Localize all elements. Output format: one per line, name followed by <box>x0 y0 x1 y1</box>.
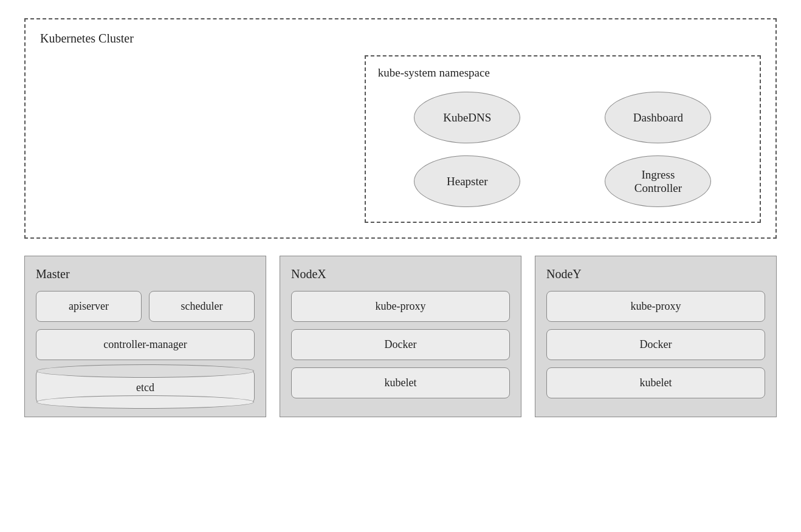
nodex-label: NodeX <box>291 267 510 281</box>
scheduler-label: scheduler <box>181 300 223 312</box>
kubedns-label: KubeDNS <box>443 111 491 124</box>
nodey-node: NodeY kube-proxy Docker kubelet <box>535 256 777 417</box>
nodex-kubeproxy: kube-proxy <box>291 291 510 322</box>
nodey-kubeproxy-label: kube-proxy <box>631 300 681 312</box>
nodey-kubelet: kubelet <box>546 367 765 398</box>
apiserver-component: apiserver <box>36 291 142 322</box>
kubedns-component: KubeDNS <box>414 92 520 143</box>
nodex-docker: Docker <box>291 329 510 360</box>
apiserver-label: apiserver <box>69 300 109 312</box>
master-top-row: apiserver scheduler <box>36 291 255 322</box>
nodex-kubelet: kubelet <box>291 367 510 398</box>
namespace-label: kube-system namespace <box>378 66 748 80</box>
nodey-kubeproxy: kube-proxy <box>546 291 765 322</box>
master-label: Master <box>36 267 255 281</box>
etcd-wrap: etcd <box>36 370 255 403</box>
ingress-component: IngressController <box>605 155 711 207</box>
controller-manager-label: controller-manager <box>103 338 187 350</box>
nodex-node: NodeX kube-proxy Docker kubelet <box>280 256 521 417</box>
nodey-label: NodeY <box>546 267 765 281</box>
ingress-label: IngressController <box>634 168 682 195</box>
heapster-component: Heapster <box>414 155 520 207</box>
nodey-docker-label: Docker <box>640 338 672 350</box>
kubernetes-cluster: Kubernetes Cluster kube-system namespace… <box>24 18 777 239</box>
master-node: Master apiserver scheduler controller-ma… <box>24 256 266 417</box>
scheduler-component: scheduler <box>149 291 255 322</box>
nodey-docker: Docker <box>546 329 765 360</box>
nodey-kubelet-label: kubelet <box>640 377 672 389</box>
nodex-kubelet-label: kubelet <box>385 377 417 389</box>
nodes-row: Master apiserver scheduler controller-ma… <box>24 256 777 417</box>
dashboard-component: Dashboard <box>605 92 711 143</box>
cluster-label: Kubernetes Cluster <box>40 32 761 46</box>
namespace-components: KubeDNS Dashboard Heapster IngressContro… <box>378 92 748 207</box>
heapster-label: Heapster <box>447 175 488 188</box>
kube-system-namespace: kube-system namespace KubeDNS Dashboard … <box>365 55 761 223</box>
etcd-component: etcd <box>36 370 255 403</box>
nodex-docker-label: Docker <box>385 338 417 350</box>
controller-manager-component: controller-manager <box>36 329 255 360</box>
nodex-kubeproxy-label: kube-proxy <box>376 300 426 312</box>
etcd-label: etcd <box>136 381 154 394</box>
dashboard-label: Dashboard <box>633 111 683 124</box>
